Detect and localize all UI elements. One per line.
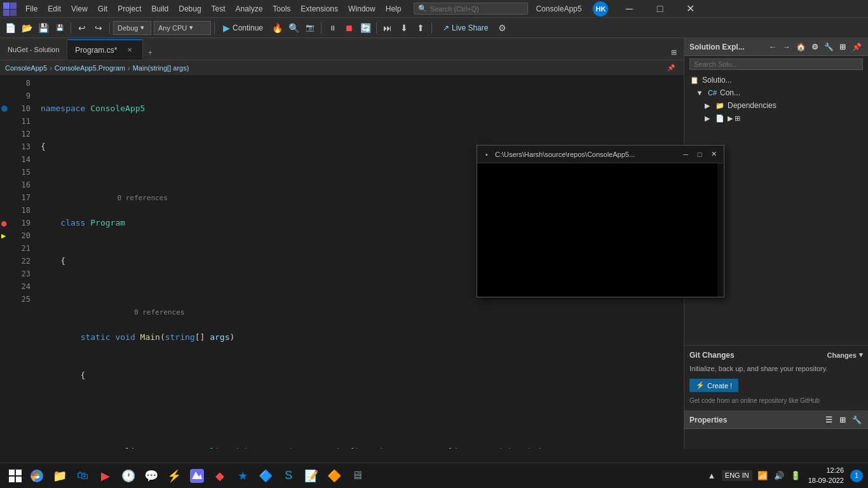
tab-program[interactable]: Program.cs* ✕: [67, 39, 143, 60]
app-logo: [3, 2, 17, 16]
maximize-button[interactable]: □: [645, 0, 674, 18]
tree-solution-item[interactable]: 📋 Solutio...: [684, 74, 868, 86]
nav-forward-icon[interactable]: →: [780, 41, 793, 53]
solution-search[interactable]: [689, 58, 863, 70]
menu-bar: File Edit View Git Project Build Debug T…: [0, 0, 868, 18]
git-description: Initialize, back up, and share your repo…: [689, 363, 863, 374]
wifi-icon[interactable]: 📶: [756, 470, 769, 482]
taskbar-monitor-icon[interactable]: 🖥: [347, 466, 367, 486]
split-icon[interactable]: ⊞: [836, 41, 849, 53]
tab-close-icon[interactable]: ✕: [125, 45, 135, 55]
search-input[interactable]: [430, 5, 506, 13]
settings-icon[interactable]: 🔧: [822, 41, 835, 53]
menu-edit[interactable]: Edit: [43, 2, 66, 16]
pin-icon[interactable]: 📌: [663, 60, 679, 76]
redo-icon[interactable]: ↪: [91, 20, 106, 36]
taskbar-green-icon[interactable]: 💬: [141, 466, 161, 486]
breadcrumb-method[interactable]: Main(string[] args): [133, 64, 189, 72]
step-over-icon[interactable]: ⏭: [380, 20, 395, 36]
tree-deps-item[interactable]: ▶ 📁 Dependencies: [684, 99, 868, 112]
menu-window[interactable]: Window: [343, 2, 381, 16]
taskbar-chrome-icon[interactable]: [27, 466, 47, 486]
live-share-button[interactable]: ↗ Live Share: [438, 22, 493, 34]
menu-test[interactable]: Test: [207, 2, 231, 16]
menu-analyze[interactable]: Analyze: [231, 2, 268, 16]
search-toolbar-icon[interactable]: 🔍: [286, 20, 301, 36]
save-icon[interactable]: 💾: [36, 20, 51, 36]
nav-back-icon[interactable]: ←: [766, 41, 779, 53]
menu-debug[interactable]: Debug: [173, 2, 206, 16]
console-content[interactable]: [477, 163, 717, 297]
category-view-icon[interactable]: ⊞: [836, 414, 849, 426]
menu-help[interactable]: Help: [381, 2, 407, 16]
search-box[interactable]: 🔍: [414, 3, 528, 15]
list-view-icon[interactable]: ☰: [822, 414, 835, 426]
home-icon[interactable]: 🏠: [794, 41, 807, 53]
taskbar-s-icon[interactable]: S: [278, 466, 299, 486]
close-button[interactable]: ✕: [675, 0, 705, 18]
lang-badge[interactable]: ENG IN: [722, 470, 752, 481]
git-create-button[interactable]: ⚡ Create !: [689, 379, 738, 392]
stop-icon[interactable]: ⏹: [341, 20, 356, 36]
taskbar-blue-icon[interactable]: ★: [233, 466, 253, 486]
taskbar-purple-icon[interactable]: ⚡: [164, 466, 184, 486]
breadcrumb-project[interactable]: ConsoleApp5: [5, 64, 47, 72]
add-tab-button[interactable]: +: [143, 46, 157, 60]
props-settings-icon[interactable]: 🔧: [850, 414, 863, 426]
taskbar-orange-icon[interactable]: 🔶: [324, 466, 344, 486]
taskbar-clock-icon[interactable]: 🕐: [118, 466, 139, 486]
taskbar-explorer-icon[interactable]: 📁: [50, 466, 70, 486]
menu-file[interactable]: File: [20, 2, 43, 16]
tray-up-icon[interactable]: ▲: [705, 470, 718, 482]
battery-icon[interactable]: 🔋: [789, 470, 802, 482]
notification-center-icon[interactable]: 1: [850, 470, 863, 482]
start-button[interactable]: [5, 466, 25, 486]
tree-expand-actions[interactable]: ▶ 📄 ▶ ⊞: [684, 112, 868, 125]
restart-icon[interactable]: 🔄: [358, 20, 373, 36]
console-close-button[interactable]: ✕: [709, 149, 719, 159]
menu-git[interactable]: Git: [93, 2, 112, 16]
save-all-icon[interactable]: 💾: [52, 20, 67, 36]
tab-nuget[interactable]: NuGet - Solution: [0, 39, 67, 60]
new-project-icon[interactable]: 📄: [3, 20, 18, 36]
git-changes-dropdown[interactable]: Changes ▾: [827, 351, 863, 359]
pin-icon[interactable]: 📌: [850, 41, 863, 53]
console-maximize-button[interactable]: □: [695, 149, 705, 159]
taskbar-notes-icon[interactable]: 📝: [301, 466, 322, 486]
clock[interactable]: 12:26 18-09-2022: [806, 466, 846, 485]
settings-icon[interactable]: ⚙: [494, 20, 510, 36]
undo-icon[interactable]: ↩: [74, 20, 90, 36]
menu-extensions[interactable]: Extensions: [295, 2, 343, 16]
console-scrollbar[interactable]: [717, 163, 724, 297]
menu-build[interactable]: Build: [147, 2, 174, 16]
console-minimize-button[interactable]: ─: [681, 149, 691, 159]
menu-project[interactable]: Project: [112, 2, 146, 16]
continue-button[interactable]: ▶ Continue: [218, 22, 268, 34]
volume-icon[interactable]: 🔊: [773, 470, 785, 482]
taskbar-media-icon[interactable]: ▶: [95, 466, 116, 486]
breadcrumb-class[interactable]: ConsoleApp5.Program: [55, 64, 125, 72]
fire-icon[interactable]: 🔥: [269, 20, 285, 36]
breakpoint-icon[interactable]: ⏸: [325, 20, 340, 36]
split-editor-button[interactable]: ⊞: [666, 44, 681, 60]
taskbar-red-icon[interactable]: ◆: [210, 466, 230, 486]
open-icon[interactable]: 📂: [19, 20, 34, 36]
console-icon: ▪: [482, 150, 491, 159]
taskbar-vs-icon[interactable]: [187, 466, 207, 486]
gear-icon[interactable]: ⚙: [808, 41, 821, 53]
taskbar-store-icon[interactable]: 🛍: [72, 466, 93, 486]
cpu-config-dropdown[interactable]: Any CPU ▾: [154, 21, 211, 35]
step-out-icon[interactable]: ⬆: [413, 20, 428, 36]
menu-view[interactable]: View: [66, 2, 93, 16]
chevron-icon: ▾: [140, 24, 144, 32]
screenshot-icon[interactable]: 📷: [302, 20, 318, 36]
step-into-icon[interactable]: ⬇: [397, 20, 412, 36]
svg-rect-1: [10, 3, 17, 9]
git-panel: Git Changes Changes ▾ Initialize, back u…: [684, 345, 868, 411]
menu-tools[interactable]: Tools: [268, 2, 295, 16]
minimize-button[interactable]: ─: [614, 0, 644, 18]
expand-icon: ▼: [695, 88, 705, 98]
debug-config-dropdown[interactable]: Debug ▾: [113, 21, 151, 35]
tree-project-item[interactable]: ▼ C# Con...: [684, 86, 868, 99]
taskbar-blue2-icon[interactable]: 🔷: [255, 466, 276, 486]
